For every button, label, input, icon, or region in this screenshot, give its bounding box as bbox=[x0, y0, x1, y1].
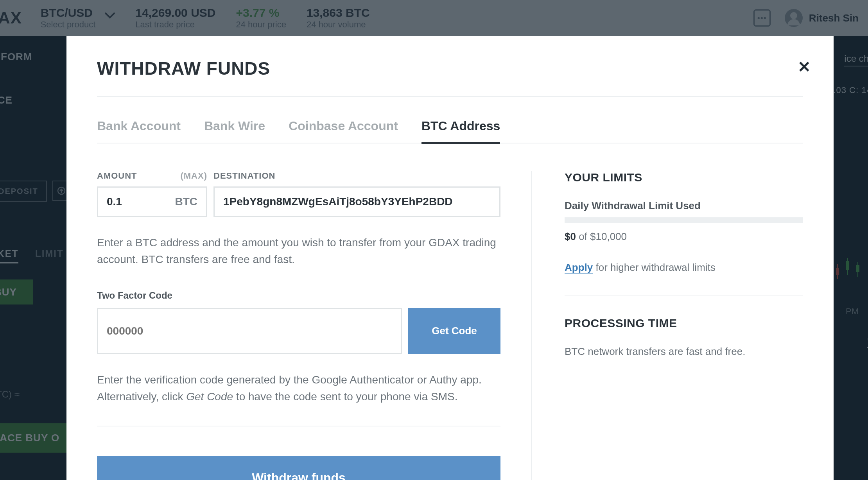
amount-max-link[interactable]: (MAX) bbox=[180, 171, 207, 181]
destination-input[interactable]: 1PebY8gn8MZWgEsAiTj8o58bY3YEhP2BDD bbox=[213, 186, 500, 217]
tfa-help-text: Enter the verification code generated by… bbox=[97, 371, 500, 405]
amount-input[interactable]: 0.1 BTC bbox=[97, 186, 207, 217]
amount-unit: BTC bbox=[175, 195, 197, 208]
apply-link[interactable]: Apply bbox=[565, 261, 593, 274]
divider bbox=[97, 426, 500, 426]
tfa-label: Two Factor Code bbox=[97, 290, 500, 301]
withdraw-tabs: Bank Account Bank Wire Coinbase Account … bbox=[97, 119, 803, 143]
modal-title: WITHDRAW FUNDS bbox=[97, 58, 803, 79]
get-code-button[interactable]: Get Code bbox=[408, 308, 500, 354]
apply-higher-limits: Apply for higher withdrawal limits bbox=[565, 261, 803, 274]
tfa-input-native[interactable] bbox=[107, 325, 392, 337]
withdraw-form: AMOUNT (MAX) DESTINATION 0.1 BTC 1PebY8g… bbox=[97, 171, 531, 480]
tab-bank-wire[interactable]: Bank Wire bbox=[204, 119, 265, 143]
destination-field-label: DESTINATION bbox=[213, 171, 275, 181]
close-icon[interactable]: ✕ bbox=[798, 58, 811, 76]
amount-field-label: AMOUNT bbox=[97, 171, 137, 181]
tfa-input[interactable] bbox=[97, 308, 402, 354]
withdraw-modal: WITHDRAW FUNDS ✕ Bank Account Bank Wire … bbox=[66, 36, 834, 480]
processing-heading: PROCESSING TIME bbox=[565, 317, 803, 330]
tab-btc-address[interactable]: BTC Address bbox=[421, 119, 500, 144]
divider bbox=[97, 96, 803, 97]
limit-progress-bar bbox=[565, 217, 803, 223]
divider bbox=[565, 296, 803, 296]
withdraw-funds-button[interactable]: Withdraw funds bbox=[97, 456, 500, 480]
daily-limit-label: Daily Withdrawal Limit Used bbox=[565, 200, 803, 212]
tab-coinbase-account[interactable]: Coinbase Account bbox=[289, 119, 398, 143]
limits-heading: YOUR LIMITS bbox=[565, 171, 803, 184]
help-text: Enter a BTC address and the amount you w… bbox=[97, 234, 500, 268]
tab-bank-account[interactable]: Bank Account bbox=[97, 119, 181, 143]
limits-panel: YOUR LIMITS Daily Withdrawal Limit Used … bbox=[531, 171, 803, 480]
processing-text: BTC network transfers are fast and free. bbox=[565, 346, 803, 358]
limit-used-text: $0 of $10,000 bbox=[565, 231, 803, 243]
